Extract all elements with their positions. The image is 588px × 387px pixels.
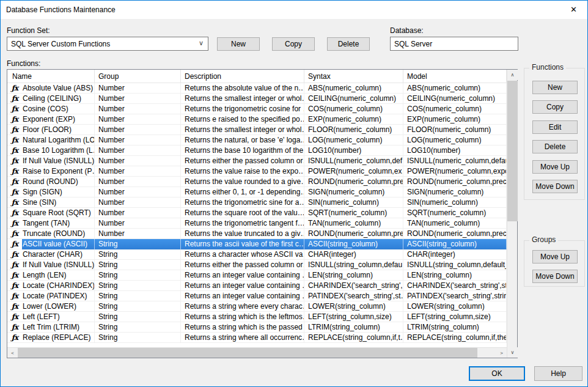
table-row[interactable]: ƒx Exponent (EXP) Number Returns e raise…	[7, 114, 507, 125]
table-row[interactable]: ƒx Left Trim (LTRIM) String Returns a st…	[7, 322, 507, 333]
table-row[interactable]: ƒx Replace (REPLACE) String Returns a st…	[7, 333, 507, 343]
cell-group: Number	[95, 218, 181, 229]
table-row[interactable]: ƒx Cosine (COS) Number Returns the trigo…	[7, 104, 507, 114]
window-title: Database Functions Maintenance	[6, 6, 116, 14]
column-header-model[interactable]: Model	[403, 70, 507, 83]
column-header-name[interactable]: Name	[7, 70, 95, 83]
fx-icon: ƒx	[7, 301, 22, 312]
column-header-syntax[interactable]: Syntax	[304, 70, 403, 83]
fx-icon: ƒx	[7, 187, 22, 197]
functions-panel: Functions New Copy Edit Delete Move Up M…	[524, 68, 585, 200]
cell-description: Returns the trigonometric sine for a…	[181, 197, 304, 208]
horizontal-scroll-track[interactable]	[18, 348, 496, 358]
cell-syntax: LOG10(number)	[304, 146, 403, 156]
close-icon[interactable]: ✕	[560, 1, 587, 18]
table-row[interactable]: ƒx If Null Value (ISNULL) Number Returns…	[7, 156, 507, 166]
scroll-left-icon[interactable]: <	[7, 348, 18, 358]
delete-function-set-button[interactable]: Delete	[327, 37, 370, 51]
scroll-up-icon[interactable]: ∧	[507, 70, 518, 80]
column-header-description[interactable]: Description	[181, 70, 304, 83]
table-row[interactable]: ƒx Lower (LOWER) String Returns a string…	[7, 301, 507, 312]
table-row[interactable]: ƒx Natural Logarithm (LOG) Number Return…	[7, 135, 507, 146]
table-row[interactable]: ƒx Character (CHAR) String Returns a cha…	[7, 249, 507, 260]
table-row[interactable]: ƒx Sign (SIGN) Number Returns either 0, …	[7, 187, 507, 197]
horizontal-scrollbar[interactable]: < >	[7, 347, 507, 358]
scroll-down-icon[interactable]: ∨	[507, 347, 518, 358]
fx-icon: ƒx	[7, 229, 22, 239]
cell-name: Base 10 Logarithm (L…	[22, 146, 95, 156]
cell-model: LOWER(string_column)	[403, 301, 507, 312]
function-new-button[interactable]: New	[532, 81, 578, 94]
cell-name: Floor (FLOOR)	[22, 125, 95, 135]
table-row[interactable]: ƒx Ceiling (CEILING) Number Returns the …	[7, 94, 507, 104]
table-row[interactable]: ƒx Truncate (ROUND) Number Returns the v…	[7, 229, 507, 239]
cell-model: LOG(numeric_column)	[403, 135, 507, 146]
cell-group: Number	[95, 208, 181, 218]
fx-icon: ƒx	[7, 281, 22, 291]
cell-name: Left (LEFT)	[22, 312, 95, 322]
function-set-select[interactable]: SQL Server Custom Functions ∨	[7, 37, 208, 51]
ok-button[interactable]: OK	[469, 366, 525, 381]
table-row[interactable]: ƒx Locate (PATINDEX) String Returns an i…	[7, 291, 507, 301]
fx-icon: ƒx	[7, 239, 22, 249]
database-input[interactable]	[390, 37, 518, 51]
cell-group: String	[95, 281, 181, 291]
cell-syntax: SQRT(numeric_column)	[304, 208, 403, 218]
database-functions-maintenance-dialog: Database Functions Maintenance ✕ Functio…	[0, 0, 588, 387]
cell-description: Returns the ascii value of the first c…	[181, 239, 304, 249]
group-move-down-button[interactable]: Move Down	[532, 270, 578, 283]
table-row[interactable]: ƒx Tangent (TAN) Number Returns the trig…	[7, 218, 507, 229]
fx-icon: ƒx	[7, 270, 22, 281]
fx-icon: ƒx	[7, 114, 22, 125]
cell-model: SIGN(numeric_column)	[403, 187, 507, 197]
table-row[interactable]: ƒx Length (LEN) String Returns an intege…	[7, 270, 507, 281]
function-move-down-button[interactable]: Move Down	[532, 180, 578, 193]
cell-name: If Null Value (ISNULL)	[22, 156, 95, 166]
function-move-up-button[interactable]: Move Up	[532, 160, 578, 174]
group-move-up-button[interactable]: Move Up	[532, 250, 578, 264]
fx-icon: ƒx	[7, 208, 22, 218]
vertical-scroll-track[interactable]	[507, 80, 517, 347]
fx-icon: ƒx	[7, 156, 22, 166]
table-row[interactable]: ƒx Sine (SIN) Number Returns the trigono…	[7, 197, 507, 208]
functions-table: Name Group Description Syntax Model ƒx A…	[7, 69, 518, 358]
table-row[interactable]: ƒx Absolute Value (ABS) Number Returns t…	[7, 83, 507, 94]
cell-name: Exponent (EXP)	[22, 114, 95, 125]
column-header-group[interactable]: Group	[95, 70, 181, 83]
cell-group: Number	[95, 146, 181, 156]
copy-function-set-button[interactable]: Copy	[272, 37, 315, 51]
cell-description: Returns either the passed column or…	[181, 156, 304, 166]
table-row[interactable]: ƒx Left (LEFT) String Returns a string w…	[7, 312, 507, 322]
vertical-scrollbar[interactable]: ∧ ∨	[507, 70, 517, 358]
table-row[interactable]: ƒx Floor (FLOOR) Number Returns the smal…	[7, 125, 507, 135]
table-row[interactable]: ƒx Raise to Exponent (P… Number Returns …	[7, 166, 507, 177]
table-row[interactable]: ƒx Base 10 Logarithm (L… Number Returns …	[7, 146, 507, 156]
cell-model: LOG10(number)	[403, 146, 507, 156]
cell-syntax: COS(numeric_column)	[304, 104, 403, 114]
cell-name: Cosine (COS)	[22, 104, 95, 114]
scroll-right-icon[interactable]: >	[496, 348, 507, 358]
fx-icon: ƒx	[7, 104, 22, 114]
function-delete-button[interactable]: Delete	[532, 140, 578, 153]
cell-model: ABS(numeric_column)	[403, 83, 507, 94]
new-function-set-button[interactable]: New	[217, 37, 260, 51]
table-row[interactable]: ƒx ASCII value (ASCII) String Returns th…	[7, 239, 507, 249]
cell-description: Returns a string which is the leftmos…	[181, 312, 304, 322]
cell-name: Character (CHAR)	[22, 249, 95, 260]
cell-syntax: LTRIM(string_column)	[304, 322, 403, 333]
table-row[interactable]: ƒx Square Root (SQRT) Number Returns the…	[7, 208, 507, 218]
table-row[interactable]: ƒx Round (ROUND) Number Returns the valu…	[7, 177, 507, 187]
cell-name: Tangent (TAN)	[22, 218, 95, 229]
table-row[interactable]: ƒx Locate (CHARINDEX) String Returns an …	[7, 281, 507, 291]
vertical-scroll-thumb[interactable]	[507, 81, 518, 221]
groups-panel-title: Groups	[529, 235, 558, 244]
function-edit-button[interactable]: Edit	[532, 120, 578, 134]
table-row[interactable]: ƒx If Null Value (ISNULL) String Returns…	[7, 260, 507, 270]
function-set-value: SQL Server Custom Functions	[11, 40, 110, 48]
cell-description: Returns the square root of the valu…	[181, 208, 304, 218]
horizontal-scroll-thumb[interactable]	[18, 348, 477, 358]
cell-description: Returns the absolute value of the n…	[181, 83, 304, 94]
cell-group: Number	[95, 135, 181, 146]
help-button[interactable]: Help	[534, 366, 582, 381]
function-copy-button[interactable]: Copy	[532, 100, 578, 114]
